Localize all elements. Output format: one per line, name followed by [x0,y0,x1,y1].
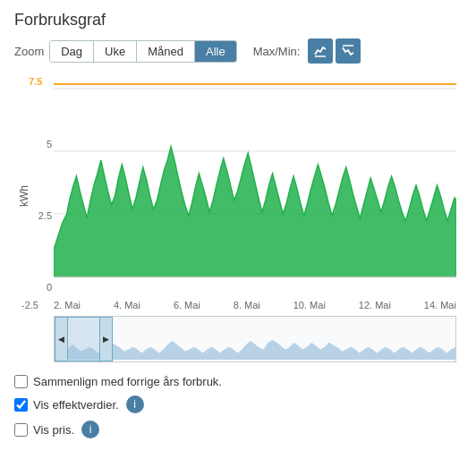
x-label-6: 12. Mai [359,300,391,310]
min-button[interactable] [336,38,361,64]
x-label-1: 2. Mai [54,300,81,310]
chart-svg [54,71,456,294]
pris-label[interactable]: Vis pris. [33,423,74,437]
zoom-alle-button[interactable]: Alle [195,41,236,62]
effekt-checkbox[interactable] [14,398,28,412]
minimap-area: ◀ ▶ ◀ [54,316,456,362]
minimap-handle[interactable]: ◀ ▶ [55,317,113,361]
minimap-svg [55,317,455,361]
effekt-label[interactable]: Vis effektverdier. [33,398,119,412]
sammenlign-label[interactable]: Sammenlign med forrige års forbruk. [33,375,222,388]
min-icon [341,44,355,58]
sammenlign-checkbox[interactable] [14,375,28,388]
maxmin-label: Max/Min: [253,45,301,58]
zoom-button-group: Dag Uke Måned Alle [49,40,236,63]
zoom-uke-button[interactable]: Uke [94,41,137,62]
checkbox-row-2: Vis effektverdier. i [14,395,462,413]
y-axis-label: kWh [18,106,30,285]
y-tick-0: 0 [30,282,52,293]
x-label-7: 14. Mai [424,300,456,310]
minimap-left-arrow[interactable]: ◀ [55,318,68,361]
y-tick-25: 2.5 [30,210,52,221]
chart-area: -2.5 [54,71,456,294]
max-icon [313,44,327,58]
y-tick-5: 5 [30,139,52,149]
max-line-label: 7.5 [29,76,42,87]
toolbar: Zoom Dag Uke Måned Alle Max/Min: [14,38,462,64]
effekt-info-icon[interactable]: i [126,395,144,413]
scroll-left-button[interactable]: ◀ [54,317,55,361]
max-button[interactable] [308,38,333,64]
x-label-5: 10. Mai [293,300,326,310]
checkbox-row-3: Vis pris. i [14,421,462,438]
zoom-måned-button[interactable]: Måned [137,41,195,62]
x-axis-labels: 2. Mai 4. Mai 6. Mai 8. Mai 10. Mai 12. … [54,300,456,312]
y-tick-labels: 5 2.5 0 [30,78,52,293]
checkbox-row-1: Sammenlign med forrige års forbruk. [14,375,462,388]
pris-info-icon[interactable]: i [81,421,99,438]
page-title: Forbruksgraf [14,11,462,30]
pris-checkbox[interactable] [14,423,28,437]
x-label-4: 8. Mai [234,300,260,310]
minimap-right-arrow[interactable]: ▶ [99,318,112,361]
x-label-3: 6. Mai [174,300,200,310]
zoom-dag-button[interactable]: Dag [50,41,94,62]
x-label-2: 4. Mai [114,300,140,310]
y-neg-tick: -2.5 [21,300,38,310]
checkboxes-section: Sammenlign med forrige års forbruk. Vis … [14,375,462,438]
zoom-label: Zoom [14,45,44,58]
